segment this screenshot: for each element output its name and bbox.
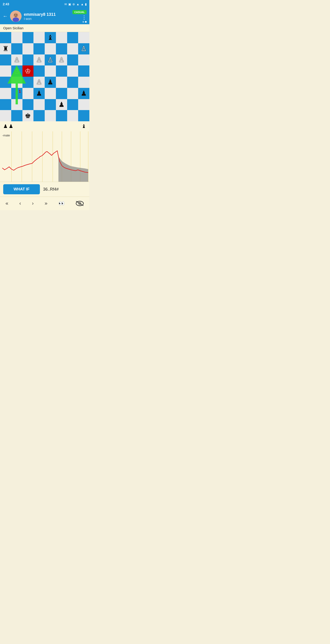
cell-1-4[interactable] [34,110,45,121]
cell-8-4[interactable] [34,32,45,43]
cell-6-6[interactable]: ♙ [56,54,67,66]
more-menu-button[interactable]: ⋮ [82,15,87,20]
captured-white-pawn-2: ♟ [9,123,13,129]
cell-7-6[interactable] [56,43,67,54]
status-bar: 2:43 ✉ ▣ ⊛ ▲ ▲ ▮ [0,0,89,8]
white-pawn-6-2: ♙ [14,56,20,64]
back-button[interactable]: ← [3,13,8,19]
cell-6-5[interactable]: ♙ [45,54,56,66]
captured-black-bishop: ♝ [82,123,86,129]
captured-pieces-area: ♟ ♟ ♝ [0,121,89,131]
cell-8-6[interactable] [56,32,67,43]
cell-5-8[interactable] [78,66,89,77]
next-move-button[interactable]: › [30,199,36,208]
header-right: CASUAL ⋮ [72,10,87,23]
cell-8-3[interactable] [23,32,34,43]
cell-8-2[interactable] [11,32,23,43]
cell-1-3[interactable]: ♚ [23,110,34,121]
cell-3-4[interactable]: ♟ [34,88,45,99]
cell-6-3[interactable] [23,54,34,66]
cell-3-1[interactable] [0,88,11,99]
cell-3-6[interactable] [56,88,67,99]
cell-5-6[interactable] [56,66,67,77]
cell-4-4[interactable]: ♙ [34,77,45,88]
cell-2-3[interactable] [23,99,34,110]
cell-5-3[interactable]: ♔ [23,66,34,77]
cell-5-5[interactable] [45,66,56,77]
user-info: emmisary8 1311 I won [24,12,70,20]
chess-board[interactable]: ♝ ♜ ♙ ♙ ♙ ♙ ♙ [0,32,89,121]
cell-8-5[interactable]: ♝ [45,32,56,43]
cell-3-2[interactable] [11,88,23,99]
cell-1-2[interactable] [11,110,23,121]
cell-6-8[interactable] [78,54,89,66]
eyes-button[interactable]: 👀 [56,199,67,208]
cell-7-1[interactable]: ♜ [0,43,11,54]
cell-7-8[interactable]: ♙ [78,43,89,54]
svg-point-4 [16,14,17,15]
cell-7-4[interactable] [34,43,45,54]
cell-7-5[interactable] [45,43,56,54]
cell-8-1[interactable] [0,32,11,43]
cell-2-6[interactable]: ♟ [56,99,67,110]
cell-1-8[interactable] [78,110,89,121]
cell-6-2[interactable]: ♙ [11,54,23,66]
cell-1-1[interactable] [0,110,11,121]
svg-point-1 [14,13,18,18]
cell-1-7[interactable] [67,110,78,121]
cell-2-4[interactable] [34,99,45,110]
header-indicators [83,21,87,23]
cell-7-3[interactable] [23,43,34,54]
action-area: WHAT IF 36..Rf4# [0,182,89,196]
vpn-icon: ⊛ [72,2,75,6]
cell-4-1[interactable] [0,77,11,88]
cell-5-7[interactable] [67,66,78,77]
what-if-button[interactable]: WHAT IF [3,184,40,194]
cell-3-3[interactable] [23,88,34,99]
cell-2-2[interactable] [11,99,23,110]
cell-4-2[interactable] [11,77,23,88]
cell-4-8[interactable] [78,77,89,88]
cell-4-6[interactable] [56,77,67,88]
captured-white-pawn-1: ♟ [3,123,8,129]
avatar [10,10,22,22]
svg-point-2 [13,18,19,22]
cell-2-5[interactable] [45,99,56,110]
white-king-piece: ♔ [25,68,31,74]
prev-move-button[interactable]: ‹ [17,199,23,208]
cell-5-1[interactable] [0,66,11,77]
evaluation-graph: -mate [0,131,89,182]
cell-4-5[interactable]: ♟ [45,77,56,88]
black-king-piece: ♚ [25,112,31,119]
cell-8-8[interactable] [78,32,89,43]
cell-3-8[interactable]: ♟ [78,88,89,99]
cell-6-1[interactable] [0,54,11,66]
cell-5-2[interactable]: ♙ [11,66,23,77]
cell-4-7[interactable] [67,77,78,88]
cell-5-4[interactable] [34,66,45,77]
cell-4-3[interactable] [23,77,34,88]
graph-svg [0,131,89,182]
bottom-navigation: « ‹ › » 👀 [0,196,89,210]
cell-7-7[interactable] [67,43,78,54]
white-pawn-5-2: ♙ [14,68,20,74]
cell-1-5[interactable] [45,110,56,121]
last-move-button[interactable]: » [42,199,50,208]
opening-label: Open Sicilian [0,24,89,32]
cell-8-7[interactable] [67,32,78,43]
sim-icon: ▣ [68,2,71,6]
cell-6-4[interactable]: ♙ [34,54,45,66]
cell-2-7[interactable] [67,99,78,110]
cell-6-7[interactable] [67,54,78,66]
casual-badge: CASUAL [72,10,87,14]
cell-2-1[interactable] [0,99,11,110]
cell-7-2[interactable] [11,43,23,54]
first-move-button[interactable]: « [3,199,11,208]
ghost-eye-button[interactable] [73,199,86,208]
cell-3-5[interactable] [45,88,56,99]
user-name: emmisary8 1311 [24,12,70,17]
cell-3-7[interactable] [67,88,78,99]
cell-1-6[interactable] [56,110,67,121]
move-notation: 36..Rf4# [43,187,59,192]
cell-2-8[interactable] [78,99,89,110]
